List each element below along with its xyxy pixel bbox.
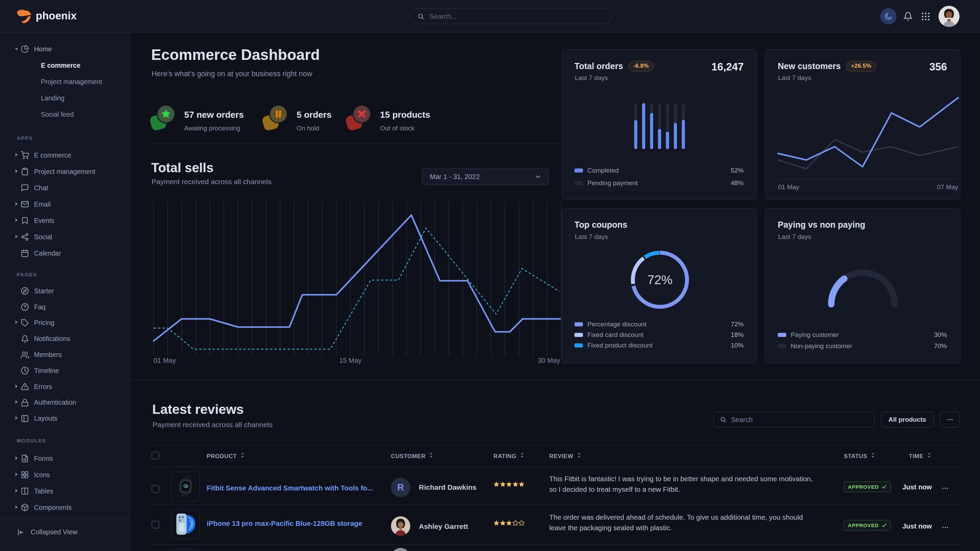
svg-text:01 May: 01 May xyxy=(154,357,176,364)
svg-text:72%: 72% xyxy=(648,273,673,287)
svg-text:15 May: 15 May xyxy=(339,357,362,364)
svg-text:30 May: 30 May xyxy=(538,357,560,364)
svg-text:07 May: 07 May xyxy=(937,183,959,191)
svg-text:01 May: 01 May xyxy=(778,183,800,191)
